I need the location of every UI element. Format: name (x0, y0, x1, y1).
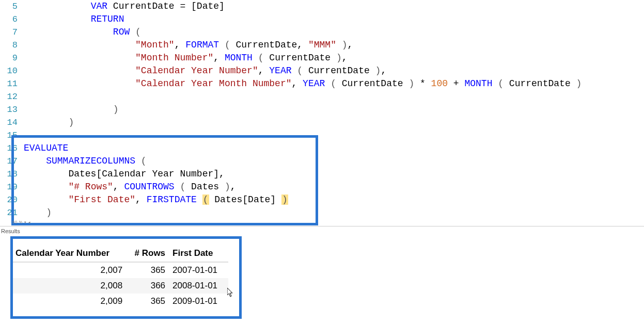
cell-firstdate[interactable]: 2007-01-01 (169, 262, 228, 278)
line-number: 8 (0, 39, 24, 52)
code-content[interactable]: "Month Number", MONTH ( CurrentDate ), (24, 52, 644, 64)
code-line[interactable]: 20 "First Date", FIRSTDATE ( Dates[Date]… (0, 193, 644, 206)
pane-divider (0, 226, 644, 226)
table-row[interactable]: 2,0093652009-01-01 (12, 294, 228, 309)
code-content[interactable] (24, 129, 644, 142)
code-content[interactable]: VAR CurrentDate = [Date] (24, 0, 644, 13)
line-number: 17 (0, 155, 24, 168)
code-line[interactable]: 11 "Calendar Year Month Number", YEAR ( … (0, 77, 644, 90)
col-header-year[interactable]: Calendar Year Number (12, 245, 127, 262)
line-number: 21 (0, 206, 24, 219)
cell-year[interactable]: 2,008 (12, 278, 127, 294)
code-content[interactable]: SUMMARIZECOLUMNS ( (24, 155, 644, 168)
line-number: 13 (0, 103, 24, 116)
code-line[interactable]: 18 Dates[Calendar Year Number], (0, 168, 644, 181)
line-number: 5 (0, 0, 24, 13)
table-row[interactable]: 2,0083662008-01-01 (12, 278, 228, 294)
cell-firstdate[interactable]: 2008-01-01 (169, 278, 228, 294)
code-line[interactable]: 16EVALUATE (0, 142, 644, 155)
col-header-rowcount[interactable]: # Rows (127, 245, 169, 262)
code-content[interactable] (24, 90, 644, 103)
code-line[interactable]: 13 ) (0, 103, 644, 116)
code-line[interactable]: 19 "# Rows", COUNTROWS ( Dates ), (0, 181, 644, 193)
code-content[interactable]: ROW ( (24, 26, 644, 39)
code-line[interactable]: 7 ROW ( (0, 26, 644, 39)
zoom-indicator[interactable]: 90 % ▾ ◂ (12, 220, 31, 224)
line-number: 12 (0, 90, 24, 103)
code-line[interactable]: 12 (0, 90, 644, 103)
code-content[interactable]: "First Date", FIRSTDATE ( Dates[Date] ) (24, 193, 644, 206)
code-content[interactable]: "Month", FORMAT ( CurrentDate, "MMM" ), (24, 39, 644, 52)
line-number: 14 (0, 116, 24, 129)
line-number: 19 (0, 181, 24, 193)
line-number: 7 (0, 26, 24, 39)
code-line[interactable]: 5 VAR CurrentDate = [Date] (0, 0, 644, 13)
code-content[interactable]: ) (24, 116, 644, 129)
line-number: 18 (0, 168, 24, 181)
line-number: 16 (0, 142, 24, 155)
line-number: 15 (0, 129, 24, 142)
code-content[interactable]: ) (24, 103, 644, 116)
col-header-firstdate[interactable]: First Date (169, 245, 228, 262)
code-content[interactable]: ) (24, 206, 644, 219)
code-line[interactable]: 8 "Month", FORMAT ( CurrentDate, "MMM" )… (0, 39, 644, 52)
code-content[interactable]: "Calendar Year Number", YEAR ( CurrentDa… (24, 64, 644, 77)
table-row[interactable]: 2,0073652007-01-01 (12, 262, 228, 278)
code-line[interactable]: 9 "Month Number", MONTH ( CurrentDate ), (0, 52, 644, 64)
line-number: 6 (0, 13, 24, 26)
code-content[interactable]: "# Rows", COUNTROWS ( Dates ), (24, 181, 644, 193)
code-content[interactable]: EVALUATE (24, 142, 644, 155)
code-line[interactable]: 10 "Calendar Year Number", YEAR ( Curren… (0, 64, 644, 77)
line-number: 10 (0, 64, 24, 77)
cell-year[interactable]: 2,007 (12, 262, 127, 278)
code-content[interactable]: "Calendar Year Month Number", YEAR ( Cur… (24, 77, 644, 90)
cell-rowcount[interactable]: 365 (127, 294, 169, 309)
line-number: 11 (0, 77, 24, 90)
cell-year[interactable]: 2,009 (12, 294, 127, 309)
line-number: 20 (0, 193, 24, 206)
results-pane-label: Results (1, 228, 20, 234)
code-line[interactable]: 15 (0, 129, 644, 142)
code-content[interactable]: Dates[Calendar Year Number], (24, 168, 644, 181)
code-line[interactable]: 17 SUMMARIZECOLUMNS ( (0, 155, 644, 168)
code-editor[interactable]: 5 VAR CurrentDate = [Date]6 RETURN7 ROW … (0, 0, 644, 219)
cell-rowcount[interactable]: 366 (127, 278, 169, 294)
code-line[interactable]: 6 RETURN (0, 13, 644, 26)
code-content[interactable]: RETURN (24, 13, 644, 26)
cell-firstdate[interactable]: 2009-01-01 (169, 294, 228, 309)
line-number: 9 (0, 52, 24, 64)
code-line[interactable]: 21 ) (0, 206, 644, 219)
results-grid[interactable]: Calendar Year Number # Rows First Date 2… (12, 245, 228, 309)
code-line[interactable]: 14 ) (0, 116, 644, 129)
cell-rowcount[interactable]: 365 (127, 262, 169, 278)
